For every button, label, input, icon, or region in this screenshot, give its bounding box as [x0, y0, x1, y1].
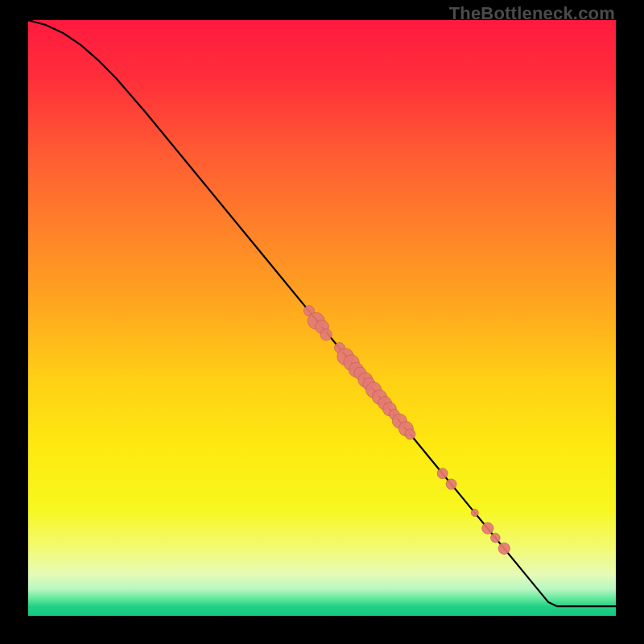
data-point	[482, 522, 493, 534]
chart-plot-area	[28, 20, 616, 616]
data-point	[491, 533, 501, 543]
data-point	[446, 479, 456, 489]
data-point	[320, 329, 332, 341]
data-point	[471, 509, 478, 516]
chart-foreground	[28, 20, 616, 616]
data-point	[405, 429, 415, 440]
data-point	[498, 543, 510, 554]
chart-stage: TheBottleneck.com	[0, 0, 644, 644]
bottleneck-curve	[28, 20, 616, 606]
data-point	[437, 469, 448, 479]
